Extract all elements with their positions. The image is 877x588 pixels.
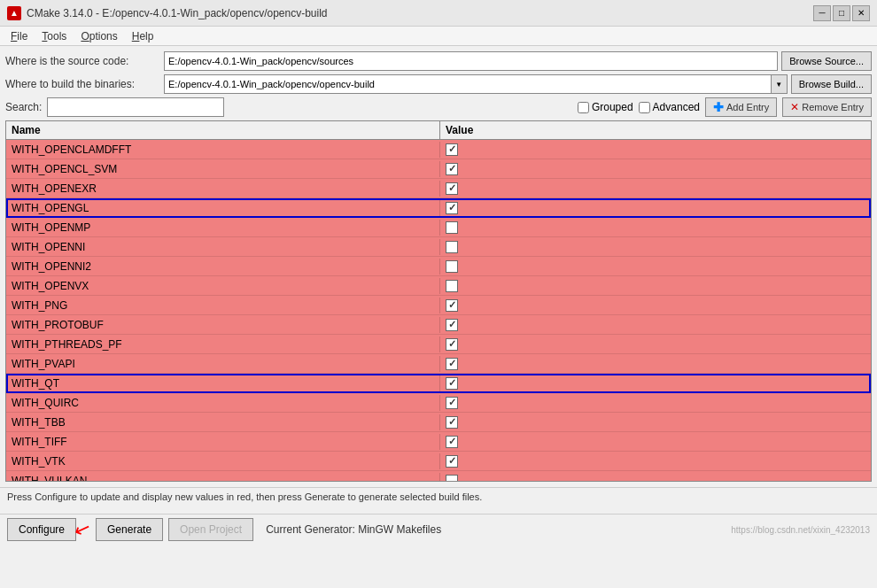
table-row[interactable]: WITH_OPENGL [6,198,871,218]
cell-value [440,181,871,197]
entry-checkbox[interactable] [446,319,458,331]
table-row[interactable]: WITH_VTK [6,452,871,471]
advanced-checkbox[interactable] [639,102,650,113]
entry-checkbox[interactable] [446,397,458,409]
table-row[interactable]: WITH_OPENNI2 [6,257,871,276]
grouped-checkbox-label[interactable]: Grouped [578,101,633,113]
table-row[interactable]: WITH_VULKAN [6,471,871,482]
table-header: Name Value [6,121,871,140]
build-row: Where to build the binaries: ▼ Browse Bu… [5,74,872,94]
table-row[interactable]: WITH_PROTOBUF [6,315,871,335]
cell-name: WITH_QT [6,375,440,391]
maximize-button[interactable]: □ [833,5,850,21]
bottom-bar: Configure↙ Generate Open Project Current… [0,514,877,545]
title-bar-text: CMake 3.14.0 - E:/opencv-4.0.1-Win_pack/… [27,7,328,19]
menu-help[interactable]: Help [125,28,161,44]
cell-name: WITH_PTHREADS_PF [6,337,440,352]
cell-name: WITH_OPENCL_SVM [6,161,440,177]
browse-build-button[interactable]: Browse Build... [791,74,872,94]
cell-name: WITH_PVAPI [6,356,440,372]
cell-name: WITH_OPENCLAMDFFT [6,142,440,158]
minimize-button[interactable]: ─ [813,5,831,21]
cell-value [440,414,871,430]
app-icon: ▲ [7,6,21,20]
entry-checkbox[interactable] [446,221,458,234]
cell-value [440,239,871,255]
menu-file[interactable]: File [4,28,35,44]
entry-checkbox[interactable] [446,377,458,390]
add-entry-button[interactable]: ✚ Add Entry [705,97,777,117]
build-input[interactable] [165,75,771,93]
entry-checkbox[interactable] [446,202,458,214]
open-project-button[interactable]: Open Project [168,518,253,541]
source-input[interactable] [164,51,778,71]
cell-name: WITH_OPENNI [6,239,440,255]
watermark: https://blog.csdn.net/xixin_4232013 [731,525,870,535]
table-row[interactable]: WITH_OPENEXR [6,179,871,198]
cell-name: WITH_OPENEXR [6,181,440,197]
entry-checkbox[interactable] [446,143,458,156]
remove-entry-button[interactable]: ✕ Remove Entry [782,97,872,117]
advanced-checkbox-label[interactable]: Advanced [639,101,700,113]
entry-checkbox[interactable] [446,299,458,312]
entry-checkbox[interactable] [446,163,458,175]
status-bar: Press Configure to update and display ne… [0,487,877,514]
menu-options[interactable]: Options [74,28,124,44]
entry-checkbox[interactable] [446,436,458,448]
menu-tools[interactable]: Tools [35,28,74,44]
entry-checkbox[interactable] [446,358,458,370]
status-message: Press Configure to update and display ne… [7,491,482,502]
build-dropdown-arrow[interactable]: ▼ [771,75,787,93]
title-bar: ▲ CMake 3.14.0 - E:/opencv-4.0.1-Win_pac… [0,0,877,27]
table-row[interactable]: WITH_TIFF [6,432,871,452]
browse-source-button[interactable]: Browse Source... [781,51,872,71]
build-label: Where to build the binaries: [5,78,160,90]
table-row[interactable]: WITH_OPENCLAMDFFT [6,140,871,159]
entry-checkbox[interactable] [446,475,458,483]
add-icon: ✚ [713,101,724,113]
table-row[interactable]: WITH_PNG [6,296,871,315]
window-controls: ─ □ ✕ [813,5,870,21]
entry-checkbox[interactable] [446,182,458,195]
cell-name: WITH_OPENGL [6,200,440,216]
table-row[interactable]: WITH_OPENMP [6,218,871,237]
table-row[interactable]: WITH_TBB [6,413,871,432]
cell-name: WITH_OPENMP [6,220,440,236]
cell-name: WITH_OPENNI2 [6,259,440,275]
configure-button[interactable]: Configure [7,518,76,541]
cell-value [440,337,871,352]
entry-checkbox[interactable] [446,241,458,253]
generate-button[interactable]: Generate [96,518,163,541]
grouped-checkbox[interactable] [578,102,589,113]
cell-name: WITH_VTK [6,453,440,469]
entry-checkbox[interactable] [446,416,458,429]
table-row[interactable]: WITH_PTHREADS_PF [6,335,871,354]
cell-value [440,259,871,275]
close-button[interactable]: ✕ [852,5,870,21]
source-row: Where is the source code: Browse Source.… [5,51,872,71]
entry-checkbox[interactable] [446,280,458,292]
table-row[interactable]: WITH_OPENNI [6,237,871,257]
cell-name: WITH_TBB [6,414,440,430]
cell-name: WITH_PROTOBUF [6,317,440,333]
cell-name: WITH_TIFF [6,434,440,450]
entry-checkbox[interactable] [446,338,458,351]
entries-table: Name Value WITH_OPENCLAMDFFTWITH_OPENCL_… [5,120,872,482]
cell-name: WITH_PNG [6,298,440,313]
build-input-container: ▼ [164,74,788,94]
table-row[interactable]: WITH_QT [6,374,871,393]
entry-checkbox[interactable] [446,455,458,468]
main-content: Where is the source code: Browse Source.… [0,46,877,487]
menu-bar: File Tools Options Help [0,27,877,46]
table-row[interactable]: WITH_QUIRC [6,393,871,413]
cell-value [440,278,871,294]
table-row[interactable]: WITH_OPENCL_SVM [6,159,871,179]
search-input[interactable] [47,97,224,117]
remove-icon: ✕ [790,101,799,113]
col-name-header: Name [6,121,440,139]
entry-checkbox[interactable] [446,260,458,273]
table-row[interactable]: WITH_PVAPI [6,354,871,374]
table-row[interactable]: WITH_OPENVX [6,276,871,296]
cell-name: WITH_VULKAN [6,473,440,483]
cell-value [440,356,871,372]
